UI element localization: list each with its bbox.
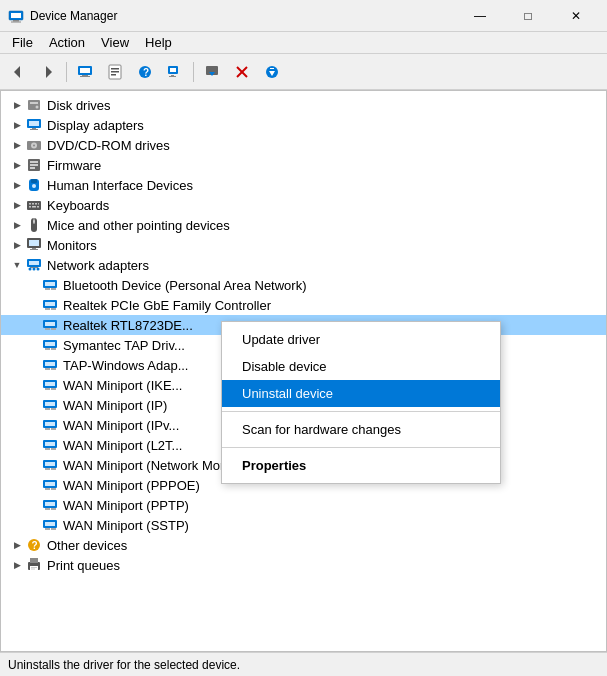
ctx-uninstall-device[interactable]: Uninstall device bbox=[222, 380, 500, 407]
monitor-icon bbox=[25, 236, 43, 254]
keyboards-label: Keyboards bbox=[47, 198, 109, 213]
wan-sstp-label: WAN Miniport (SSTP) bbox=[63, 518, 189, 533]
window-title: Device Manager bbox=[30, 9, 457, 23]
install-button[interactable] bbox=[258, 58, 286, 86]
tree-item-bluetooth[interactable]: Bluetooth Device (Personal Area Network) bbox=[1, 275, 606, 295]
svg-rect-19 bbox=[169, 76, 176, 77]
tree-item-realtek-gbe[interactable]: Realtek PCIe GbE Family Controller bbox=[1, 295, 606, 315]
menu-view[interactable]: View bbox=[93, 33, 137, 52]
svg-rect-66 bbox=[45, 288, 50, 290]
ctx-properties[interactable]: Properties bbox=[222, 452, 500, 479]
tree-item-network[interactable]: ▼ Network adapters bbox=[1, 255, 606, 275]
svg-rect-94 bbox=[45, 428, 50, 430]
properties-button[interactable] bbox=[101, 58, 129, 86]
svg-rect-70 bbox=[45, 308, 50, 310]
svg-rect-32 bbox=[32, 128, 36, 129]
other-icon: ? bbox=[25, 536, 43, 554]
wan-ip-label: WAN Miniport (IP) bbox=[63, 398, 167, 413]
svg-rect-81 bbox=[45, 362, 55, 366]
svg-rect-27 bbox=[28, 100, 40, 110]
expand-icon bbox=[25, 377, 41, 393]
svg-rect-90 bbox=[45, 408, 50, 410]
expand-icon bbox=[25, 297, 41, 313]
ctx-update-driver[interactable]: Update driver bbox=[222, 326, 500, 353]
update-driver-button[interactable] bbox=[198, 58, 226, 86]
svg-rect-55 bbox=[29, 240, 39, 246]
close-button[interactable]: ✕ bbox=[553, 0, 599, 32]
tree-item-firmware[interactable]: ▶ Firmware bbox=[1, 155, 606, 175]
minimize-button[interactable]: — bbox=[457, 0, 503, 32]
svg-rect-97 bbox=[45, 442, 55, 446]
svg-point-63 bbox=[37, 268, 40, 271]
svg-rect-110 bbox=[45, 508, 50, 510]
svg-rect-56 bbox=[32, 248, 36, 249]
status-bar: Uninstalls the driver for the selected d… bbox=[0, 652, 607, 676]
menu-help[interactable]: Help bbox=[137, 33, 180, 52]
tree-item-wan-pptp[interactable]: WAN Miniport (PPTP) bbox=[1, 495, 606, 515]
netcard-icon bbox=[41, 516, 59, 534]
tree-item-wan-sstp[interactable]: WAN Miniport (SSTP) bbox=[1, 515, 606, 535]
window-controls: — □ ✕ bbox=[457, 0, 599, 32]
svg-rect-59 bbox=[29, 261, 39, 265]
maximize-button[interactable]: □ bbox=[505, 0, 551, 32]
network-label: Network adapters bbox=[47, 258, 149, 273]
netcard-icon bbox=[41, 356, 59, 374]
computer-button[interactable] bbox=[71, 58, 99, 86]
ctx-separator-1 bbox=[222, 411, 500, 412]
expand-icon: ▶ bbox=[9, 237, 25, 253]
svg-rect-49 bbox=[29, 206, 31, 208]
svg-marker-5 bbox=[46, 66, 52, 78]
tree-item-disk-drives[interactable]: ▶ Disk drives bbox=[1, 95, 606, 115]
tree-item-print[interactable]: ▶ Print queues bbox=[1, 555, 606, 575]
print-label: Print queues bbox=[47, 558, 120, 573]
remove-button[interactable] bbox=[228, 58, 256, 86]
netcard-icon bbox=[41, 416, 59, 434]
symantec-label: Symantec TAP Driv... bbox=[63, 338, 185, 353]
expand-icon: ▶ bbox=[9, 537, 25, 553]
forward-button[interactable] bbox=[34, 58, 62, 86]
ctx-separator-2 bbox=[222, 447, 500, 448]
tree-item-mice[interactable]: ▶ Mice and other pointing devices bbox=[1, 215, 606, 235]
expand-icon bbox=[25, 437, 41, 453]
svg-rect-79 bbox=[51, 348, 56, 350]
tree-item-dvd[interactable]: ▶ DVD/CD-ROM drives bbox=[1, 135, 606, 155]
display-icon bbox=[25, 116, 43, 134]
svg-rect-48 bbox=[38, 203, 39, 205]
svg-rect-113 bbox=[45, 522, 55, 526]
ctx-disable-device[interactable]: Disable device bbox=[222, 353, 500, 380]
scan-button[interactable] bbox=[161, 58, 189, 86]
expand-icon: ▶ bbox=[9, 557, 25, 573]
svg-rect-53 bbox=[33, 220, 35, 223]
svg-rect-57 bbox=[30, 249, 38, 250]
netcard-icon bbox=[41, 456, 59, 474]
expand-icon: ▶ bbox=[9, 197, 25, 213]
expand-icon bbox=[25, 457, 41, 473]
expand-icon: ▼ bbox=[9, 257, 25, 273]
ctx-scan-hardware[interactable]: Scan for hardware changes bbox=[222, 416, 500, 443]
tree-item-monitors[interactable]: ▶ Monitors bbox=[1, 235, 606, 255]
back-button[interactable] bbox=[4, 58, 32, 86]
realtek-gbe-label: Realtek PCIe GbE Family Controller bbox=[63, 298, 271, 313]
svg-text:?: ? bbox=[143, 67, 149, 78]
svg-rect-122 bbox=[31, 569, 35, 570]
tree-item-hid[interactable]: ▶ Human Interface Devices bbox=[1, 175, 606, 195]
tree-item-display-adapters[interactable]: ▶ Display adapters bbox=[1, 115, 606, 135]
menu-file[interactable]: File bbox=[4, 33, 41, 52]
svg-text:?: ? bbox=[32, 540, 38, 551]
tree-item-keyboards[interactable]: ▶ Keyboards bbox=[1, 195, 606, 215]
main-area: ▶ Disk drives ▶ Display a bbox=[0, 90, 607, 652]
svg-point-62 bbox=[33, 268, 36, 271]
other-label: Other devices bbox=[47, 538, 127, 553]
netcard-icon bbox=[41, 296, 59, 314]
svg-rect-74 bbox=[45, 328, 50, 330]
menu-action[interactable]: Action bbox=[41, 33, 93, 52]
expand-icon bbox=[25, 477, 41, 493]
toolbar-sep-1 bbox=[66, 62, 67, 82]
help-button[interactable]: ? bbox=[131, 58, 159, 86]
svg-rect-85 bbox=[45, 382, 55, 386]
svg-rect-17 bbox=[170, 68, 176, 72]
mice-label: Mice and other pointing devices bbox=[47, 218, 230, 233]
tap-windows-label: TAP-Windows Adap... bbox=[63, 358, 188, 373]
netcard-icon bbox=[41, 336, 59, 354]
tree-item-other[interactable]: ▶ ? Other devices bbox=[1, 535, 606, 555]
